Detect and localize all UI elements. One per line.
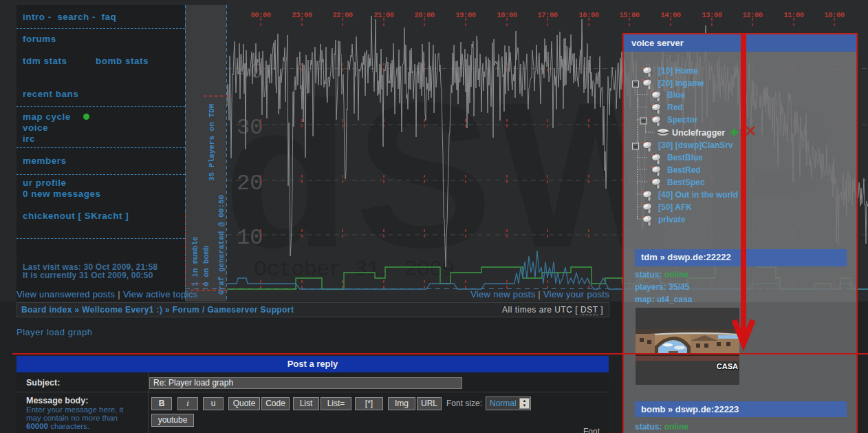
- svg-text:14:00: 14:00: [660, 11, 680, 19]
- svg-text:12:00: 12:00: [742, 11, 762, 19]
- svg-text:[20] ingame: [20] ingame: [658, 78, 704, 88]
- svg-text:30: 30: [237, 115, 263, 140]
- svg-text:13:00: 13:00: [702, 11, 721, 19]
- svg-text:20: 20: [237, 171, 263, 196]
- svg-text:00:00: 00:00: [250, 11, 270, 19]
- svg-text:15:00: 15:00: [619, 11, 639, 19]
- svg-text:0 on bomb: 0 on bomb: [202, 245, 210, 286]
- svg-text:22:00: 22:00: [332, 11, 352, 19]
- svg-text:BestSpec: BestSpec: [667, 178, 705, 187]
- svg-text:19:00: 19:00: [455, 11, 475, 19]
- svg-text:16:00: 16:00: [578, 11, 598, 19]
- svg-text:CASA: CASA: [717, 362, 738, 370]
- svg-text:BestBlue: BestBlue: [667, 153, 703, 162]
- svg-text:10:00: 10:00: [824, 11, 844, 19]
- svg-text:1 in mumble: 1 in mumble: [191, 236, 199, 286]
- svg-text:BestRed: BestRed: [667, 165, 701, 175]
- svg-text:Graf generated @ 00:50: Graf generated @ 00:50: [217, 195, 226, 295]
- svg-text:10: 10: [237, 225, 263, 251]
- svg-text:[30] [dswp]ClanSrv: [30] [dswp]ClanSrv: [658, 140, 733, 150]
- svg-text:[10] Home: [10] Home: [658, 66, 698, 76]
- svg-text:Spector: Spector: [667, 115, 698, 125]
- svg-text:18:00: 18:00: [497, 11, 517, 19]
- svg-text:[50] AFK: [50] AFK: [658, 202, 692, 212]
- svg-text:20:00: 20:00: [414, 11, 434, 19]
- svg-text:private: private: [658, 215, 686, 224]
- svg-text:October 31, 2009: October 31, 2009: [254, 257, 454, 282]
- svg-text:11:00: 11:00: [783, 11, 803, 19]
- svg-text:17:00: 17:00: [537, 11, 557, 19]
- svg-text:Unclefragger: Unclefragger: [672, 128, 725, 138]
- svg-text:Blue: Blue: [667, 90, 685, 100]
- svg-text:35 Players on TDM: 35 Players on TDM: [208, 103, 216, 181]
- svg-text:21:00: 21:00: [373, 11, 393, 19]
- svg-text:Red: Red: [667, 103, 683, 112]
- svg-text:23:00: 23:00: [292, 11, 312, 19]
